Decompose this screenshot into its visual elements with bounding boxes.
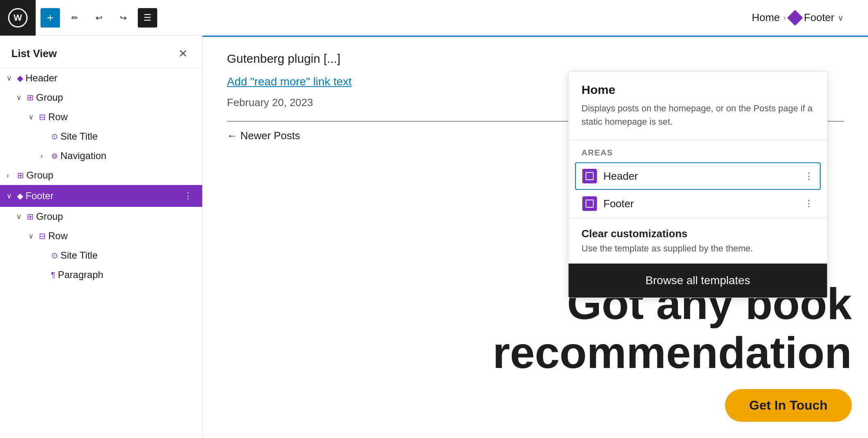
area-header-label: Header xyxy=(603,170,798,183)
redo-icon: ↪ xyxy=(120,13,127,23)
wp-logo: W xyxy=(0,0,36,36)
chevron-down-icon: ∨ xyxy=(16,93,24,102)
footer-diamond-icon xyxy=(787,10,803,26)
area-icon-inner xyxy=(586,172,594,180)
list-view-title: List View xyxy=(11,47,57,60)
group-icon: ⊞ xyxy=(17,170,24,180)
sidebar: List View ✕ ∨ ◆ Header ∨ ⊞ Group ∨ ⊟ Row… xyxy=(0,36,203,438)
sidebar-item-navigation[interactable]: › ⊚ Navigation xyxy=(0,146,202,166)
nav-links: Home › Footer ∨ xyxy=(752,11,844,24)
sidebar-item-row1[interactable]: ∨ ⊟ Row xyxy=(0,107,202,127)
area-footer-more-button[interactable]: ⋮ xyxy=(804,198,813,209)
area-footer-label: Footer xyxy=(603,198,798,210)
chevron-down-icon: ∨ xyxy=(28,232,36,240)
undo-button[interactable]: ↩ xyxy=(89,8,109,28)
paragraph-icon: ¶ xyxy=(51,270,56,280)
tree-item-label: Paragraph xyxy=(58,269,103,281)
sidebar-item-header[interactable]: ∨ ◆ Header xyxy=(0,68,202,88)
tree-item-label: Navigation xyxy=(60,150,106,162)
chevron-down-icon: ∨ xyxy=(838,13,844,23)
add-block-button[interactable]: + xyxy=(41,8,60,28)
footer-nav-label: Footer xyxy=(804,11,834,24)
tree-item-label: Site Title xyxy=(60,250,98,261)
main-area: List View ✕ ∨ ◆ Header ∨ ⊞ Group ∨ ⊟ Row… xyxy=(0,36,868,438)
more-vertical-icon: ⋮ xyxy=(804,171,813,181)
hamburger-icon: ☰ xyxy=(143,13,152,23)
dropdown-home-section: Home Displays posts on the homepage, or … xyxy=(569,72,827,140)
footer-more-button[interactable]: ⋮ xyxy=(180,189,196,203)
tree-item-label: Group xyxy=(36,211,63,222)
location-icon: ⊙ xyxy=(51,251,58,260)
area-icon-inner xyxy=(586,200,594,208)
nav-home-label: Home xyxy=(752,11,780,24)
location-icon: ⊙ xyxy=(51,132,58,141)
dropdown-areas-label: AREAS xyxy=(569,140,827,162)
nav-separator: › xyxy=(783,13,786,23)
big-text-line2: recommendation xyxy=(317,328,852,377)
clear-desc: Use the template as supplied by the them… xyxy=(582,243,814,254)
area-header-icon xyxy=(582,169,597,183)
browse-templates-button[interactable]: Browse all templates xyxy=(569,264,827,298)
dropdown-area-header[interactable]: Header ⋮ xyxy=(575,162,821,190)
tree-item-label: Group xyxy=(26,170,53,181)
more-vertical-icon: ⋮ xyxy=(804,198,813,208)
group-icon: ⊞ xyxy=(27,93,34,102)
canvas-border-top xyxy=(203,36,868,37)
clear-title: Clear customizations xyxy=(582,228,814,240)
edit-button[interactable]: ✏ xyxy=(65,8,84,28)
sidebar-item-site-title1[interactable]: › ⊙ Site Title xyxy=(0,127,202,146)
pencil-icon: ✏ xyxy=(71,13,78,23)
chevron-down-icon: ∨ xyxy=(6,74,15,83)
get-in-touch-button[interactable]: Get In Touch xyxy=(725,389,852,422)
row-icon: ⊟ xyxy=(39,112,46,122)
sidebar-item-paragraph[interactable]: › ¶ Paragraph xyxy=(0,265,202,285)
sidebar-header: List View ✕ xyxy=(0,36,202,68)
diamond-icon: ◆ xyxy=(17,191,23,201)
chevron-down-icon: ∨ xyxy=(16,212,24,221)
dropdown-home-desc: Displays posts on the homepage, or on th… xyxy=(582,102,814,128)
group-icon: ⊞ xyxy=(27,212,34,221)
wp-logo-circle: W xyxy=(8,8,28,28)
dropdown-home-title: Home xyxy=(582,83,814,97)
chevron-down-icon: ∨ xyxy=(28,113,36,121)
plugin-text: Gutenberg plugin [...] xyxy=(227,52,844,66)
dropdown-area-footer[interactable]: Footer ⋮ xyxy=(569,190,827,217)
dropdown-panel: Home Displays posts on the homepage, or … xyxy=(568,71,827,298)
row-icon: ⊟ xyxy=(39,231,46,241)
diamond-icon: ◆ xyxy=(17,73,23,83)
tree-item-label: Row xyxy=(48,111,68,123)
sidebar-item-group1[interactable]: ∨ ⊞ Group xyxy=(0,88,202,107)
undo-icon: ↩ xyxy=(96,13,103,23)
chevron-right-icon: › xyxy=(6,171,15,180)
menu-button[interactable]: ☰ xyxy=(138,8,157,28)
close-sidebar-button[interactable]: ✕ xyxy=(175,45,191,62)
sidebar-item-site-title2[interactable]: › ⊙ Site Title xyxy=(0,246,202,265)
compass-icon: ⊚ xyxy=(51,151,58,161)
footer-nav-button[interactable]: Footer ∨ xyxy=(789,11,844,24)
sidebar-item-group3[interactable]: ∨ ⊞ Group xyxy=(0,207,202,226)
clear-customizations-section: Clear customizations Use the template as… xyxy=(569,217,827,264)
chevron-right-icon: › xyxy=(41,152,49,160)
tree-item-label: Header xyxy=(26,72,58,84)
tree-item-label: Group xyxy=(36,92,63,103)
close-icon: ✕ xyxy=(178,47,188,60)
sidebar-item-row2[interactable]: ∨ ⊟ Row xyxy=(0,226,202,246)
chevron-down-icon: ∨ xyxy=(6,191,15,200)
sidebar-item-footer[interactable]: ∨ ◆ Footer ⋮ xyxy=(0,185,202,207)
area-footer-icon xyxy=(582,196,597,211)
redo-button[interactable]: ↪ xyxy=(113,8,133,28)
canvas-area: Gutenberg plugin [...] Add "read more" l… xyxy=(203,36,868,438)
toolbar-center: Home › Footer ∨ xyxy=(162,11,860,24)
area-header-more-button[interactable]: ⋮ xyxy=(804,171,813,181)
toolbar: W + ✏ ↩ ↪ ☰ Home › Footer ∨ xyxy=(0,0,868,36)
newer-posts-label: ← Newer Posts xyxy=(227,130,300,142)
plus-icon: + xyxy=(47,11,53,24)
tree-item-label: Footer xyxy=(26,190,53,202)
tree-item-label: Site Title xyxy=(60,131,98,142)
sidebar-item-group2[interactable]: › ⊞ Group xyxy=(0,166,202,185)
tree-item-label: Row xyxy=(48,230,68,242)
